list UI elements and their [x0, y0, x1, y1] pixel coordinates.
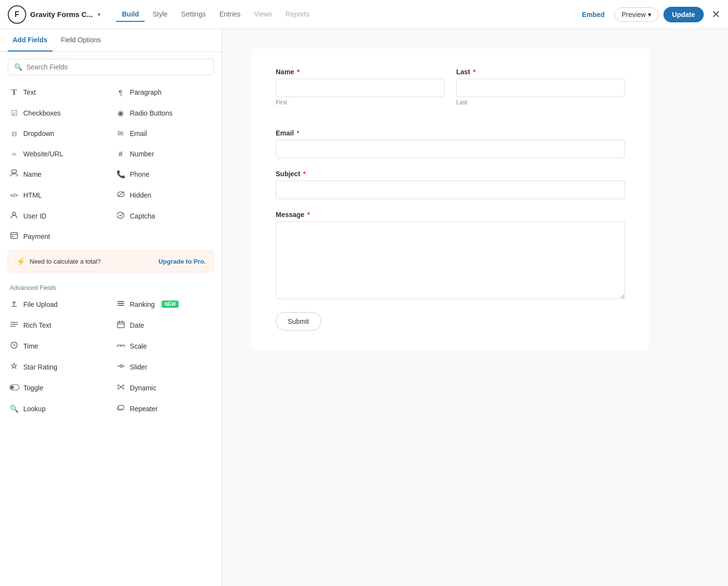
field-repeater[interactable]: Repeater — [112, 399, 217, 419]
field-radio-buttons[interactable]: ◉ Radio Buttons — [112, 103, 217, 123]
checkboxes-icon: ☑ — [10, 109, 18, 117]
nav-build[interactable]: Build — [116, 7, 145, 22]
field-star-rating[interactable]: Star Rating — [5, 357, 111, 377]
message-label: Message * — [276, 211, 625, 218]
embed-button[interactable]: Embed — [577, 8, 610, 21]
advanced-fields-grid: File Upload Ranking NEW Rich Text Date — [0, 294, 222, 419]
field-paragraph[interactable]: ¶ Paragraph — [112, 82, 217, 102]
standard-fields-grid: T Text ¶ Paragraph ☑ Checkboxes ◉ Radio … — [0, 82, 222, 246]
field-date[interactable]: Date — [112, 315, 217, 335]
svg-rect-7 — [117, 301, 124, 302]
nav-style[interactable]: Style — [147, 7, 173, 22]
email-input[interactable] — [276, 140, 625, 158]
field-dropdown-label: Dropdown — [23, 130, 54, 137]
field-scale[interactable]: Scale — [112, 336, 217, 356]
field-html[interactable]: </> HTML — [5, 185, 111, 205]
field-scale-label: Scale — [130, 342, 147, 350]
name-icon — [10, 169, 18, 179]
field-dynamic-label: Dynamic — [130, 384, 156, 392]
field-hidden-label: Hidden — [130, 191, 151, 199]
field-phone[interactable]: 📞 Phone — [112, 164, 217, 184]
app-logo[interactable]: F Gravity Forms C... ▾ — [8, 5, 100, 24]
field-name[interactable]: Name — [5, 164, 111, 184]
email-required: * — [297, 129, 299, 137]
search-input[interactable] — [26, 63, 208, 71]
svg-rect-9 — [117, 305, 124, 306]
nav-settings[interactable]: Settings — [175, 7, 212, 22]
field-dropdown[interactable]: ⊟ Dropdown — [5, 124, 111, 143]
subject-input[interactable] — [276, 181, 625, 199]
close-button[interactable]: ✕ — [711, 9, 720, 20]
form-group-message: Message * — [276, 211, 625, 301]
nav-entries[interactable]: Entries — [214, 7, 247, 22]
field-captcha[interactable]: Captcha — [112, 206, 217, 226]
field-user-id[interactable]: User ID — [5, 206, 111, 226]
svg-point-24 — [11, 386, 14, 389]
upgrade-icon: ⚡ — [16, 257, 26, 266]
field-ranking[interactable]: Ranking NEW — [112, 294, 217, 314]
svg-point-28 — [117, 388, 119, 389]
field-lookup-label: Lookup — [23, 405, 46, 413]
main-layout: Add Fields Field Options 🔍 T Text ¶ Para… — [0, 29, 728, 586]
ranking-new-badge: NEW — [162, 301, 179, 308]
form-group-name-first: Name * First — [276, 68, 445, 106]
field-dynamic[interactable]: Dynamic — [112, 378, 217, 398]
form-container: Name * First Last * Last Email * — [251, 49, 649, 350]
field-file-upload[interactable]: File Upload — [5, 294, 111, 314]
svg-rect-13 — [117, 322, 124, 328]
tab-field-options[interactable]: Field Options — [56, 29, 106, 51]
file-upload-icon — [10, 300, 18, 309]
subject-required: * — [303, 170, 305, 178]
field-checkboxes-label: Checkboxes — [23, 109, 61, 117]
field-time[interactable]: Time — [5, 336, 111, 356]
field-rich-text-label: Rich Text — [23, 321, 51, 329]
field-number[interactable]: # Number — [112, 144, 217, 163]
field-payment-label: Payment — [23, 233, 50, 240]
nav-links: Build Style Settings Entries Views Repor… — [116, 7, 315, 22]
field-toggle[interactable]: Toggle — [5, 378, 111, 398]
rich-text-icon — [10, 320, 18, 330]
field-hidden[interactable]: Hidden — [112, 185, 217, 205]
field-email[interactable]: ✉ Email — [112, 124, 217, 143]
field-paragraph-label: Paragraph — [130, 88, 162, 96]
number-icon: # — [116, 150, 125, 158]
app-title-chevron[interactable]: ▾ — [98, 11, 100, 18]
time-icon — [10, 341, 18, 351]
update-button[interactable]: Update — [663, 7, 704, 22]
field-phone-label: Phone — [130, 170, 149, 178]
dynamic-icon — [116, 383, 125, 392]
website-url-icon: ∞ — [10, 151, 18, 157]
svg-rect-0 — [12, 170, 17, 173]
svg-line-33 — [121, 387, 122, 388]
svg-rect-8 — [117, 303, 124, 304]
submit-button[interactable]: Submit — [276, 312, 321, 331]
name-first-input[interactable] — [276, 79, 445, 97]
field-text[interactable]: T Text — [5, 82, 111, 102]
email-label: Email * — [276, 129, 625, 137]
radio-buttons-icon: ◉ — [116, 109, 125, 117]
field-rich-text[interactable]: Rich Text — [5, 315, 111, 335]
form-name-row: Name * First Last * Last — [276, 68, 625, 117]
message-input[interactable] — [276, 221, 625, 299]
field-lookup[interactable]: 🔍 Lookup — [5, 399, 111, 419]
svg-line-30 — [119, 386, 120, 387]
name-last-input[interactable] — [456, 79, 625, 97]
field-email-label: Email — [130, 130, 147, 137]
field-file-upload-label: File Upload — [23, 301, 58, 308]
field-radio-buttons-label: Radio Buttons — [130, 109, 173, 117]
captcha-icon — [116, 211, 125, 220]
nav-right: Embed Preview ▾ Update ✕ — [577, 7, 720, 22]
field-slider[interactable]: Slider — [112, 357, 217, 377]
field-user-id-label: User ID — [23, 212, 46, 220]
field-checkboxes[interactable]: ☑ Checkboxes — [5, 103, 111, 123]
field-payment[interactable]: Payment — [5, 227, 111, 246]
tab-add-fields[interactable]: Add Fields — [8, 29, 52, 51]
app-title: Gravity Forms C... — [30, 10, 93, 18]
lookup-icon: 🔍 — [10, 404, 18, 413]
upgrade-link[interactable]: Upgrade to Pro. — [158, 258, 206, 265]
preview-button[interactable]: Preview ▾ — [614, 7, 659, 22]
field-website-url[interactable]: ∞ Website/URL — [5, 144, 111, 163]
svg-line-32 — [119, 387, 120, 388]
html-icon: </> — [10, 192, 18, 198]
payment-icon — [10, 232, 18, 240]
